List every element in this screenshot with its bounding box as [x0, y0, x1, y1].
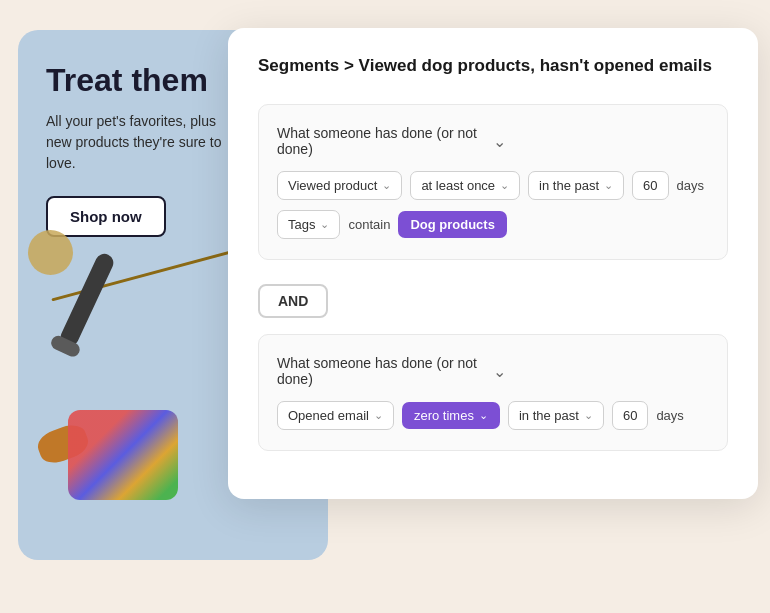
frequency-chevron-icon: ⌄ [500, 179, 509, 192]
condition-2-main-row: What someone has done (or not done) ⌄ [277, 355, 709, 387]
days-input-2[interactable]: 60 [612, 401, 648, 430]
condition-block-1: What someone has done (or not done) ⌄ Vi… [258, 104, 728, 260]
zero-times-dropdown[interactable]: zero times ⌄ [402, 402, 500, 429]
in-the-past-dropdown-1[interactable]: in the past ⌄ [528, 171, 624, 200]
viewed-product-dropdown[interactable]: Viewed product ⌄ [277, 171, 402, 200]
toy-decoration [68, 410, 178, 500]
days-label-1: days [677, 178, 704, 193]
condition-2-label: What someone has done (or not done) [277, 355, 493, 387]
opened-email-dropdown[interactable]: Opened email ⌄ [277, 401, 394, 430]
condition-1-main-row: What someone has done (or not done) ⌄ [277, 125, 709, 157]
main-container: Treat them All your pet's favorites, plu… [0, 0, 770, 613]
filter-row-2: Opened email ⌄ zero times ⌄ in the past … [277, 401, 709, 430]
time-chevron-icon-2: ⌄ [584, 409, 593, 422]
treat-decoration-1 [28, 230, 73, 275]
dog-products-tag[interactable]: Dog products [398, 211, 507, 238]
contain-label: contain [348, 217, 390, 232]
filter-row-1: Viewed product ⌄ at least once ⌄ in the … [277, 171, 709, 200]
opened-email-chevron-icon: ⌄ [374, 409, 383, 422]
segments-panel: Segments > Viewed dog products, hasn't o… [228, 28, 758, 499]
condition-2-chevron-icon[interactable]: ⌄ [493, 362, 709, 381]
tags-row: Tags ⌄ contain Dog products [277, 210, 709, 239]
days-label-2: days [656, 408, 683, 423]
condition-1-chevron-icon[interactable]: ⌄ [493, 132, 709, 151]
pet-card-subtitle: All your pet's favorites, plus new produ… [46, 111, 236, 174]
in-the-past-dropdown-2[interactable]: in the past ⌄ [508, 401, 604, 430]
panel-title: Segments > Viewed dog products, hasn't o… [258, 56, 728, 76]
tags-chevron-icon: ⌄ [320, 218, 329, 231]
tags-dropdown[interactable]: Tags ⌄ [277, 210, 340, 239]
condition-1-label: What someone has done (or not done) [277, 125, 493, 157]
condition-block-2: What someone has done (or not done) ⌄ Op… [258, 334, 728, 451]
zero-times-chevron-icon: ⌄ [479, 409, 488, 422]
viewed-product-chevron-icon: ⌄ [382, 179, 391, 192]
at-least-once-dropdown[interactable]: at least once ⌄ [410, 171, 520, 200]
time-chevron-icon-1: ⌄ [604, 179, 613, 192]
and-button[interactable]: AND [258, 284, 328, 318]
days-input-1[interactable]: 60 [632, 171, 668, 200]
